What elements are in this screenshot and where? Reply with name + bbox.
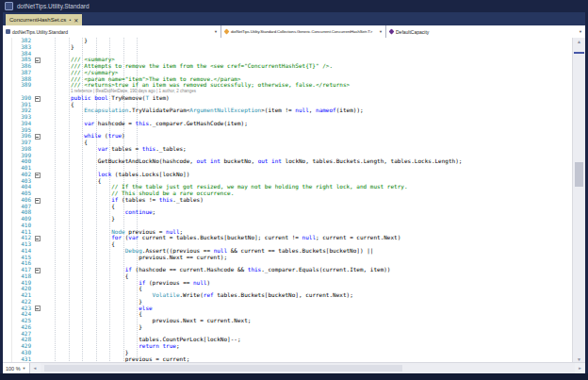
fold-margin	[33, 216, 43, 223]
fold-margin	[33, 350, 43, 356]
scroll-right-icon[interactable]: ►	[575, 363, 585, 373]
fold-margin	[33, 324, 43, 331]
zoom-level: 100 %	[6, 366, 21, 372]
code-text: }	[43, 216, 115, 223]
member-dropdown-value: DefaultCapacity	[396, 29, 429, 35]
type-dropdown-value: dotNetTips.Utility.Standard.Collections.…	[231, 29, 372, 34]
fold-margin	[33, 63, 43, 70]
code-text: GetBucketAndLockNo(hashcode, out int buc…	[43, 158, 462, 165]
member-icon	[388, 28, 394, 34]
collapse-icon[interactable]	[33, 235, 43, 241]
code-row[interactable]: 382 }	[12, 38, 572, 44]
fold-margin	[33, 190, 43, 197]
code-row[interactable]: 392 Encapsulation.TryValidateParam<Argum…	[12, 107, 572, 114]
code-row[interactable]: 389 /// <returns>true if an item was rem…	[12, 82, 572, 89]
vertical-scrollbar[interactable]: ▲ ▼	[572, 38, 585, 363]
tab-concurrenthashset[interactable]: ConcurrentHashSet.cs • ✕	[6, 14, 82, 25]
line-number: 389	[12, 82, 33, 89]
fold-margin	[33, 273, 43, 280]
tab-close-icon[interactable]: ✕	[74, 17, 78, 24]
project-dropdown[interactable]: dotNetTips.Utility.Standard ▼	[3, 25, 221, 38]
vertical-scroll-thumb[interactable]	[575, 162, 583, 187]
collapse-icon[interactable]	[33, 197, 43, 204]
fold-margin	[33, 229, 43, 236]
fold-margin	[33, 255, 43, 261]
code-text: var hashcode = this._comparer.GetHashCod…	[43, 121, 248, 127]
window-bottom-border	[0, 373, 588, 380]
fold-margin	[33, 153, 43, 159]
code-editor: 382 }383 }384385 /// <summary>386 /// At…	[3, 38, 585, 363]
navigation-bar: dotNetTips.Utility.Standard ▼ dotNetTips…	[3, 25, 585, 39]
scrollbar-annotation-marker	[574, 52, 584, 54]
collapse-icon[interactable]	[33, 267, 43, 273]
fold-margin	[33, 82, 43, 89]
code-row[interactable]: 415 previous.Next == current);	[12, 255, 572, 261]
fold-margin	[33, 127, 43, 134]
chevron-down-icon: ▼	[379, 29, 383, 34]
fold-margin	[33, 337, 43, 343]
chevron-down-icon: ▼	[23, 366, 26, 371]
code-area[interactable]: 382 }383 }384385 /// <summary>386 /// At…	[12, 38, 572, 363]
fold-margin	[33, 44, 43, 51]
scroll-up-icon[interactable]: ▲	[573, 38, 585, 45]
fold-margin	[33, 158, 43, 165]
code-row[interactable]: 398 var tables = this._tables;	[12, 146, 572, 153]
code-text: }	[43, 324, 142, 331]
vs-window: dotNetTips.Utility.Standard ConcurrentHa…	[0, 0, 588, 380]
tab-label: ConcurrentHashSet.cs	[9, 17, 66, 23]
breakpoint-margin[interactable]	[3, 38, 12, 363]
horizontal-scroll-track[interactable]	[41, 363, 575, 373]
fold-margin	[33, 343, 43, 350]
fold-margin	[33, 107, 43, 114]
fold-margin	[33, 311, 43, 318]
scroll-left-icon[interactable]: ◄	[30, 363, 41, 373]
member-dropdown[interactable]: DefaultCapacity ▼	[386, 25, 585, 38]
collapse-icon[interactable]	[33, 172, 43, 178]
code-text: Encapsulation.TryValidateParam<ArgumentN…	[43, 107, 364, 114]
code-row[interactable]: 383 }	[12, 44, 572, 51]
collapse-icon[interactable]	[33, 133, 43, 140]
code-row[interactable]: 396 while (true)	[12, 133, 572, 140]
fold-margin	[33, 204, 43, 210]
app-icon	[5, 2, 13, 10]
zoom-control[interactable]: 100 % ▼	[3, 363, 30, 373]
horizontal-scroll-thumb[interactable]	[44, 365, 402, 372]
code-text: var tables = this._tables;	[43, 146, 187, 153]
type-dropdown[interactable]: dotNetTips.Utility.Standard.Collections.…	[221, 25, 386, 38]
fold-margin	[33, 76, 43, 83]
code-row[interactable]: 394 var hashcode = this._comparer.GetHas…	[12, 121, 572, 127]
code-text: /// <returns>true if an item was removed…	[43, 82, 350, 89]
fold-margin	[33, 178, 43, 185]
project-dropdown-value: dotNetTips.Utility.Standard	[12, 29, 68, 35]
fold-margin	[33, 280, 43, 287]
chevron-down-icon: ▼	[214, 29, 218, 34]
code-text: previous.Next == current);	[43, 255, 227, 261]
fold-margin	[33, 70, 43, 76]
fold-margin	[33, 165, 43, 172]
window-title: dotNetTips.Utility.Standard	[17, 3, 90, 9]
collapse-icon[interactable]	[33, 306, 43, 312]
title-bar: dotNetTips.Utility.Standard	[0, 0, 588, 12]
collapse-icon[interactable]	[33, 95, 43, 102]
fold-margin	[33, 209, 43, 216]
fold-margin	[33, 286, 43, 292]
fold-margin	[33, 140, 43, 146]
fold-margin	[33, 223, 43, 229]
fold-margin	[33, 318, 43, 324]
fold-margin	[33, 184, 43, 190]
code-row[interactable]: 400 GetBucketAndLockNo(hashcode, out int…	[12, 158, 572, 165]
collapse-icon[interactable]	[33, 57, 43, 63]
fold-margin	[33, 260, 43, 267]
code-text: }	[43, 44, 74, 51]
fold-margin	[33, 299, 43, 306]
chevron-down-icon: ▼	[579, 29, 582, 34]
fold-margin	[33, 38, 43, 44]
code-row[interactable]: 426 }	[12, 324, 572, 331]
fold-margin	[33, 292, 43, 299]
code-row[interactable]: 409 }	[12, 216, 572, 223]
code-lines: 382 }383 }384385 /// <summary>386 /// At…	[12, 38, 572, 363]
tab-modified-dot-icon: •	[69, 17, 71, 23]
code-row[interactable]: 390 public bool TryRemove(T item)	[12, 95, 572, 102]
fold-margin	[33, 248, 43, 255]
tab-bar: ConcurrentHashSet.cs • ✕	[3, 12, 585, 25]
